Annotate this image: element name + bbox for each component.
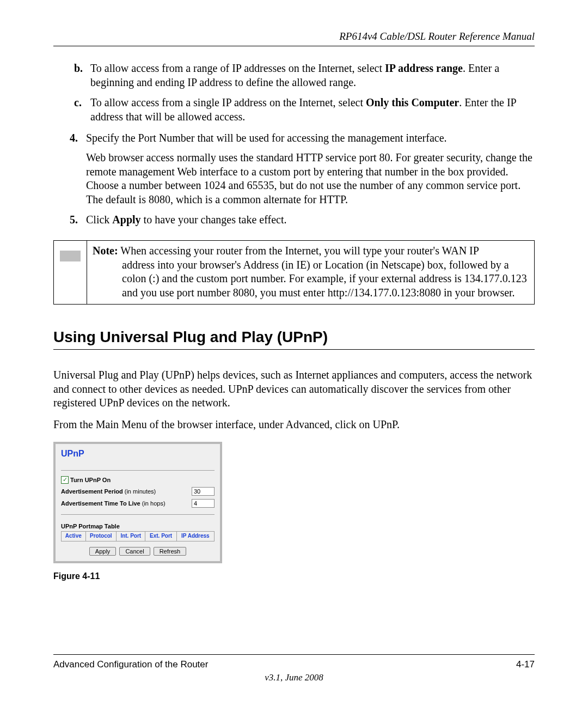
upnp-panel-title: UPnP — [61, 448, 215, 459]
list-item-4: 4. Specify the Port Number that will be … — [70, 131, 535, 206]
ttl-label: Advertisement Time To Live (in hops) — [61, 500, 166, 507]
ad-period-row: Advertisement Period (in minutes) — [61, 487, 215, 496]
portmap-table: Active Protocol Int. Port Ext. Port IP A… — [61, 531, 215, 541]
page: RP614v4 Cable/DSL Router Reference Manua… — [0, 0, 588, 706]
item-content-4: Specify the Port Number that will be use… — [86, 131, 535, 206]
upnp-screenshot-panel: UPnP ✓ Turn UPnP On Advertisement Period… — [53, 442, 222, 563]
col-ip: IP Address — [176, 532, 214, 541]
paragraph-upnp-nav: From the Main Menu of the browser interf… — [53, 418, 535, 432]
text: Specify the Port Number that will be use… — [86, 132, 447, 144]
header-rule — [53, 46, 535, 46]
divider — [61, 470, 215, 471]
divider — [61, 514, 215, 515]
note-indent: address into your browser's Address (in … — [122, 258, 529, 300]
ttl-row: Advertisement Time To Live (in hops) — [61, 499, 215, 508]
turn-upnp-on-label: Turn UPnP On — [70, 476, 111, 484]
ad-period-input[interactable] — [192, 487, 215, 496]
text: Click — [86, 214, 112, 226]
ttl-input[interactable] — [192, 499, 215, 508]
footer-row: Advanced Configuration of the Router 4-1… — [53, 659, 535, 670]
item-marker-5: 5. — [70, 213, 86, 227]
note-icon-cell — [54, 241, 87, 304]
text: When accessing your router from the Inte… — [118, 245, 479, 257]
section-heading: Using Universal Plug and Play (UPnP) — [53, 327, 535, 347]
item-content-5: Click Apply to have your changes take ef… — [86, 213, 535, 227]
footer-left: Advanced Configuration of the Router — [53, 659, 208, 670]
item-content-c: To allow access from a single IP address… — [90, 96, 535, 124]
label-unit: (in minutes) — [123, 488, 156, 495]
text: To allow access from a range of IP addre… — [90, 62, 385, 74]
text: To allow access from a single IP address… — [90, 96, 366, 108]
paragraph: Web browser access normally uses the sta… — [86, 151, 535, 206]
sub-list: b. To allow access from a range of IP ad… — [74, 62, 535, 124]
footer-version: v3.1, June 2008 — [53, 672, 535, 683]
portmap-heading: UPnP Portmap Table — [61, 522, 215, 530]
note-icon — [60, 251, 81, 261]
button-row: Apply Cancel Refresh — [61, 547, 215, 556]
note-box: Note: When accessing your router from th… — [53, 240, 535, 305]
apply-button[interactable]: Apply — [89, 547, 117, 556]
note-text: Note: When accessing your router from th… — [87, 241, 534, 304]
label-bold: Advertisement Period — [61, 488, 123, 495]
col-int-port: Int. Port — [117, 532, 145, 541]
col-active: Active — [62, 532, 86, 541]
figure-caption: Figure 4-11 — [53, 571, 535, 582]
note-label: Note: — [93, 245, 118, 257]
numbered-list: 4. Specify the Port Number that will be … — [70, 131, 535, 227]
section-rule — [53, 349, 535, 350]
col-ext-port: Ext. Port — [145, 532, 176, 541]
item-marker-c: c. — [74, 96, 90, 124]
refresh-button[interactable]: Refresh — [154, 547, 187, 556]
label-bold: Advertisement Time To Live — [61, 500, 140, 507]
turn-upnp-on-checkbox[interactable]: ✓ — [61, 476, 69, 484]
table-header-row: Active Protocol Int. Port Ext. Port IP A… — [62, 532, 215, 541]
item-marker-4: 4. — [70, 131, 86, 206]
cancel-button[interactable]: Cancel — [119, 547, 150, 556]
item-content-b: To allow access from a range of IP addre… — [90, 62, 535, 89]
label-unit: (in hops) — [140, 500, 166, 507]
list-item-b: b. To allow access from a range of IP ad… — [74, 62, 535, 89]
body-content: b. To allow access from a range of IP ad… — [53, 62, 535, 582]
item-marker-b: b. — [74, 62, 90, 89]
paragraph-upnp-intro: Universal Plug and Play (UPnP) helps dev… — [53, 368, 535, 410]
footer: Advanced Configuration of the Router 4-1… — [53, 647, 535, 683]
running-header: RP614v4 Cable/DSL Router Reference Manua… — [53, 31, 535, 42]
list-item-5: 5. Click Apply to have your changes take… — [70, 213, 535, 227]
text: to have your changes take effect. — [141, 214, 287, 226]
footer-rule — [53, 654, 535, 655]
footer-page-number: 4-17 — [516, 659, 535, 670]
turn-upnp-on-row: ✓ Turn UPnP On — [61, 476, 215, 484]
bold-text: Apply — [112, 214, 140, 226]
list-item-c: c. To allow access from a single IP addr… — [74, 96, 535, 124]
bold-text: IP address range — [385, 62, 463, 74]
col-protocol: Protocol — [85, 532, 117, 541]
bold-text: Only this Computer — [366, 96, 459, 108]
ad-period-label: Advertisement Period (in minutes) — [61, 488, 156, 495]
